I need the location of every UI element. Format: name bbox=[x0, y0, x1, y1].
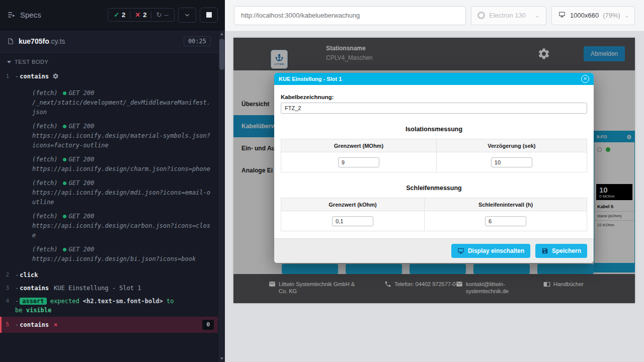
dash-marker bbox=[15, 321, 20, 328]
passed-count: 2 bbox=[122, 11, 125, 19]
loop-interval-input[interactable] bbox=[485, 216, 526, 226]
failed-cross-icon: ✕ bbox=[135, 11, 140, 19]
fetch-log-entry[interactable]: (fetch) GET 200 https://api.iconify.desi… bbox=[32, 155, 213, 174]
aut-stage: LITTWIN Stationsname CPLV4_Maschen Abmel… bbox=[225, 31, 644, 362]
loop-col2-header: Schleifenintervall (h) bbox=[425, 198, 587, 211]
fetch-head: (fetch) GET 200 bbox=[32, 155, 213, 164]
loop-col1-header: Grenzwert (kOhm) bbox=[281, 198, 425, 211]
command-name: click bbox=[20, 272, 38, 279]
viewport-scale: (79%) bbox=[603, 12, 620, 19]
fetch-url: https://api.iconify.design/mdi.json?icon… bbox=[32, 188, 213, 207]
spec-header[interactable]: kue705fo .cy.ts 00:25 bbox=[0, 30, 218, 53]
fetch-url: /_next/static/development/_devMiddleware… bbox=[32, 98, 213, 117]
fetch-status-text: GET 200 bbox=[69, 178, 95, 188]
url-input[interactable] bbox=[234, 6, 466, 25]
command-name: contains bbox=[20, 321, 49, 328]
modal-footer: Display einschalten Speichern bbox=[274, 238, 594, 263]
scroll-down-arrow[interactable] bbox=[218, 355, 225, 362]
fetch-log-entry[interactable]: (fetch) GET 200 https://api.iconify.desi… bbox=[32, 245, 213, 264]
fetch-head: (fetch) GET 200 bbox=[32, 178, 213, 188]
kue-settings-modal: KUE Einstellung - Slot 1 × Kabelbezeichn… bbox=[274, 73, 594, 263]
test-stats[interactable]: ✓ 2 ✕ 2 ↻ -- bbox=[108, 8, 175, 22]
isolation-limit-cell bbox=[281, 152, 437, 172]
viewport-selector[interactable]: 1000x660 (79%) bbox=[551, 6, 635, 25]
assert-be: be bbox=[15, 307, 22, 314]
scrollbar-thumb[interactable] bbox=[219, 39, 224, 70]
isolation-table: Grenzwert (MOhm) Verzögerung (sek) bbox=[281, 139, 587, 172]
fetch-status: GET 200 bbox=[63, 212, 95, 221]
fetch-log-entry[interactable]: (fetch) GET 200 https://api.iconify.desi… bbox=[32, 178, 213, 207]
modal-title: KUE Einstellung - Slot 1 bbox=[279, 76, 342, 82]
fetch-url: https://api.iconify.design/bi.json?icons… bbox=[32, 254, 213, 264]
log-row-assert[interactable]: 4 assert expected <h2.text-sm.font-bold>… bbox=[0, 295, 218, 317]
line-number: 2 bbox=[0, 270, 15, 280]
sidebar-scrollbar[interactable] bbox=[218, 30, 225, 362]
spec-file-icon bbox=[7, 37, 14, 45]
fetch-status-text: GET 200 bbox=[69, 155, 95, 164]
arrow-down-icon bbox=[220, 357, 223, 360]
display-icon bbox=[457, 247, 464, 254]
test-body-toggle[interactable]: TEST BODY bbox=[0, 53, 218, 68]
cable-name-input[interactable] bbox=[281, 103, 587, 114]
command-body: contains bbox=[15, 72, 214, 82]
url-toolbar: Electron 130 1000x660 (79%) bbox=[225, 0, 644, 31]
status-dot-icon bbox=[63, 248, 66, 251]
command-name: contains bbox=[20, 73, 49, 80]
log-row-contains-modal[interactable]: 3 containsKUE Einstellung - Slot 1 bbox=[0, 282, 218, 295]
close-icon[interactable]: × bbox=[581, 75, 589, 83]
display-on-button[interactable]: Display einschalten bbox=[451, 244, 530, 258]
fetch-tag: (fetch) bbox=[32, 178, 58, 188]
status-dot-icon bbox=[63, 215, 66, 218]
fetch-status: GET 200 bbox=[63, 178, 95, 188]
isolation-col2-header: Verzögerung (sek) bbox=[436, 139, 587, 152]
display-on-label: Display einschalten bbox=[468, 247, 524, 254]
fetch-head: (fetch) GET 200 bbox=[32, 245, 213, 254]
chevron-down-icon bbox=[535, 13, 540, 18]
log-row-contains-1[interactable]: 1 contains bbox=[0, 70, 218, 84]
spec-name[interactable]: kue705fo bbox=[19, 37, 49, 45]
dash-marker bbox=[15, 298, 20, 305]
command-body: assert expected <h2.text-sm.font-bold> t… bbox=[15, 297, 214, 315]
fetch-head: (fetch) GET 200 bbox=[32, 88, 213, 98]
retry-count-badge: 0 bbox=[202, 320, 214, 330]
loop-limit-input[interactable] bbox=[332, 216, 373, 226]
fetch-log-entry[interactable]: (fetch) GET 200 /_next/static/developmen… bbox=[32, 88, 213, 117]
modal-header: KUE Einstellung - Slot 1 × bbox=[274, 73, 594, 85]
pending-refresh-icon: ↻ bbox=[156, 11, 162, 19]
stop-button[interactable] bbox=[200, 8, 218, 23]
specs-list-icon bbox=[7, 11, 16, 19]
assert-selector: <h2.text-sm.font-bold> bbox=[83, 298, 163, 305]
spec-extension: .cy.ts bbox=[49, 37, 65, 45]
save-button[interactable]: Speichern bbox=[535, 244, 587, 258]
status-dot-icon bbox=[63, 125, 66, 128]
fetch-url: https://api.iconify.design/carbon.json?i… bbox=[32, 221, 213, 240]
failed-count: 2 bbox=[143, 11, 146, 19]
pending-stat: ↻ -- bbox=[156, 11, 169, 19]
scroll-up-arrow[interactable] bbox=[218, 30, 225, 37]
line-number: 4 bbox=[0, 297, 15, 306]
failed-stat: ✕ 2 bbox=[135, 11, 146, 19]
loop-section-title: Schleifenmessung bbox=[281, 185, 587, 192]
isolation-delay-input[interactable] bbox=[491, 157, 532, 167]
isolation-limit-input[interactable] bbox=[338, 157, 379, 167]
specs-button[interactable]: Specs bbox=[7, 11, 41, 19]
status-dot-icon bbox=[63, 92, 66, 95]
log-row-click[interactable]: 2 click bbox=[0, 268, 218, 282]
collapse-button[interactable] bbox=[178, 8, 196, 23]
fetch-log-entry[interactable]: (fetch) GET 200 https://api.iconify.desi… bbox=[32, 212, 213, 240]
status-dot-icon bbox=[63, 182, 66, 185]
runner-body: kue705fo .cy.ts 00:25 TEST BODY 1 contai… bbox=[0, 30, 225, 362]
fetch-status: GET 200 bbox=[63, 245, 95, 254]
loop-interval-cell bbox=[425, 211, 587, 231]
viewport-size: 1000x660 bbox=[570, 12, 599, 19]
status-dot-icon bbox=[63, 158, 66, 161]
browser-selector[interactable]: Electron 130 bbox=[471, 6, 546, 25]
browser-label: Electron 130 bbox=[489, 12, 526, 19]
electron-icon bbox=[477, 12, 485, 19]
isolation-section-title: Isolationsmessung bbox=[281, 126, 587, 133]
fetch-log-entry[interactable]: (fetch) GET 200 https://api.iconify.desi… bbox=[32, 122, 213, 150]
log-row-contains-failed[interactable]: 5 contains× 0 bbox=[0, 317, 218, 333]
fetch-status-text: GET 200 bbox=[69, 245, 95, 254]
test-body-label: TEST BODY bbox=[15, 59, 49, 65]
loop-limit-cell bbox=[281, 211, 425, 231]
